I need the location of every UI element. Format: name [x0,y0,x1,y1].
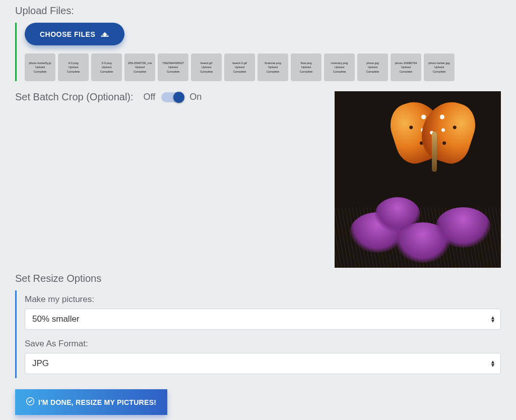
choose-files-label: CHOOSE FILES [40,30,95,38]
resize-title: Set Resize Options [15,273,501,284]
image-preview[interactable] [335,91,501,268]
thumbnail[interactable]: beard-2.gifUploadComplete [224,53,255,81]
format-label: Save As Format: [25,339,501,349]
resize-submit-button[interactable]: I'M DONE, RESIZE MY PICTURES! [15,389,167,415]
submit-label: I'M DONE, RESIZE MY PICTURES! [38,398,156,406]
size-select[interactable]: 50% smaller ▴▾ [25,309,501,330]
thumbnail[interactable]: flow.pngUploadComplete [291,53,321,81]
chevron-updown-icon: ▴▾ [491,316,494,323]
thumbnail[interactable]: 7362364439527UploadComplete [158,53,188,81]
format-select[interactable]: JPG ▴▾ [25,353,501,374]
thumbnail[interactable]: notscary.pngUploadComplete [324,53,355,81]
size-label: Make my pictures: [25,294,501,305]
thumbnail[interactable]: photo.jpgUploadComplete [357,53,388,81]
svg-rect-0 [101,36,109,37]
choose-files-button[interactable]: CHOOSE FILES [25,23,124,45]
thumbnail[interactable]: photo-butterfly.jpUploadComplete [25,53,55,81]
thumbnail[interactable]: photo-twitter.jpgUploadComplete [424,53,455,81]
thumbnail[interactable]: photo-15986764UploadComplete [391,53,421,81]
toggle-on-label: On [189,92,202,102]
thumbnail[interactable]: 256-2560709_craUploadComplete [124,53,155,81]
upload-section: CHOOSE FILES photo-butterfly.jpUploadCom… [15,23,501,81]
thumbnail[interactable]: beard.gifUploadComplete [191,53,222,81]
batch-crop-toggle[interactable] [161,92,183,102]
thumbnail[interactable]: 5.0.pngUploadComplete [91,53,122,81]
thumbnail[interactable]: finalone.pngUploadComplete [257,53,288,81]
batch-crop-label: Set Batch Crop (Optional): [15,91,134,103]
thumbnail[interactable]: 4.0.pngUploadComplete [58,53,89,81]
resize-section: Make my pictures: 50% smaller ▴▾ Save As… [15,290,501,378]
toggle-knob [173,92,184,103]
check-circle-icon [26,397,34,407]
thumbnail-row: photo-butterfly.jpUploadComplete 4.0.png… [25,53,501,81]
upload-icon [100,30,109,38]
format-value: JPG [32,358,49,368]
chevron-updown-icon: ▴▾ [491,360,494,367]
toggle-off-label: Off [144,92,156,102]
size-value: 50% smaller [32,314,80,324]
upload-title: Upload Files: [15,5,501,17]
